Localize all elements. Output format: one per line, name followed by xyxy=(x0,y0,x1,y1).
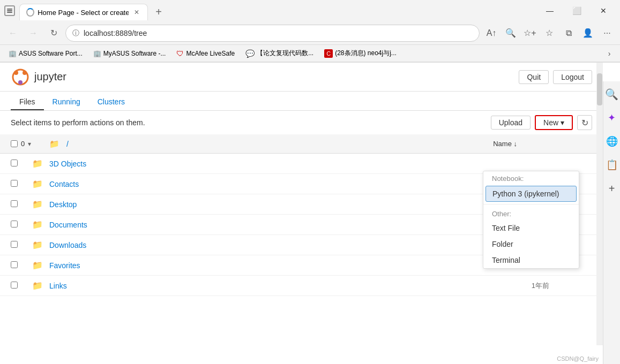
side-star-icon[interactable]: ✦ xyxy=(604,110,619,125)
new-button[interactable]: New ▾ xyxy=(535,115,573,130)
other-section-label: Other: xyxy=(483,207,579,220)
row-checkbox[interactable] xyxy=(11,282,32,290)
bookmark-mcafee[interactable]: 🛡 McAfee LiveSafe xyxy=(172,48,239,59)
favorites-icon[interactable]: ☆ xyxy=(541,25,558,42)
scrollbar-thumb[interactable] xyxy=(597,73,602,105)
table-row: 📁 Links 1年前 xyxy=(0,276,603,296)
bookmark-neo4j-label: (28条消息) neo4j与j... xyxy=(335,49,397,58)
folder-icon: 📁 xyxy=(32,280,49,291)
breadcrumb-path[interactable]: / xyxy=(66,140,437,148)
side-globe-icon[interactable]: 🌐 xyxy=(604,134,619,149)
watermark: CSDN@Q_fairy xyxy=(557,355,599,362)
jupyter-logo: jupyter xyxy=(11,67,66,87)
row-checkbox[interactable] xyxy=(11,221,32,229)
select-all-checkbox[interactable] xyxy=(11,140,18,147)
file-name[interactable]: Links xyxy=(49,282,469,290)
file-name[interactable]: Downloads xyxy=(49,241,469,249)
file-name[interactable]: Documents xyxy=(49,221,469,229)
address-bar[interactable]: ⓘ localhost:8889/tree xyxy=(65,25,480,42)
quit-button[interactable]: Quit xyxy=(519,70,549,84)
back-button[interactable]: ← xyxy=(4,25,21,42)
close-button[interactable]: ✕ xyxy=(591,3,616,18)
new-button-label: New ▾ xyxy=(543,118,564,127)
python3-option[interactable]: Python 3 (ipykernel) xyxy=(485,186,577,202)
header-buttons: Quit Logout xyxy=(519,70,592,84)
bookmarks-more-button[interactable]: › xyxy=(603,47,616,60)
bookmark-paper-label: 【论文复现代码数... xyxy=(257,49,313,58)
row-checkbox[interactable] xyxy=(11,180,32,188)
scrollbar[interactable] xyxy=(596,63,603,345)
file-name[interactable]: 3D Objects xyxy=(49,160,469,168)
upload-button[interactable]: Upload xyxy=(491,116,531,130)
forward-button[interactable]: → xyxy=(25,25,42,42)
bookmark-neo4j[interactable]: C (28条消息) neo4j与j... xyxy=(320,48,401,59)
svg-point-3 xyxy=(18,80,23,85)
select-items-text: Select items to perform actions on them. xyxy=(11,118,487,127)
bookmark-asus-icon: 🏢 xyxy=(9,50,17,57)
text-file-option[interactable]: Text File xyxy=(483,220,579,236)
collections-icon[interactable]: ⧉ xyxy=(560,25,577,42)
jupyter-tab-bar: Files Running Clusters xyxy=(0,92,603,111)
bookmark-myasus-icon: 🏢 xyxy=(93,50,101,57)
profile-icon[interactable]: 👤 xyxy=(579,25,596,42)
row-checkbox[interactable] xyxy=(11,241,32,249)
file-name[interactable]: Desktop xyxy=(49,200,469,209)
folder-icon: 📁 xyxy=(32,240,49,250)
refresh-button[interactable]: ↻ xyxy=(45,25,62,42)
maximize-button[interactable]: ⬜ xyxy=(564,3,589,18)
dropdown-arrow[interactable]: ▾ xyxy=(28,140,31,148)
settings-icon[interactable]: ··· xyxy=(599,25,616,42)
window-menu-button[interactable] xyxy=(4,5,15,16)
bookmark-paper[interactable]: 💬 【论文复现代码数... xyxy=(241,48,318,59)
logout-button[interactable]: Logout xyxy=(553,70,592,84)
breadcrumb-folder-icon: 📁 xyxy=(49,139,66,149)
row-checkbox[interactable] xyxy=(11,200,32,209)
bookmark-paper-icon: 💬 xyxy=(245,49,255,58)
file-name[interactable]: Contacts xyxy=(49,180,469,188)
side-search-icon[interactable]: 🔍 xyxy=(604,87,619,102)
find-icon[interactable]: 🔍 xyxy=(502,25,519,42)
bookmark-mcafee-icon: 🛡 xyxy=(176,49,184,58)
terminal-option[interactable]: Terminal xyxy=(483,252,579,268)
notebook-section-label: Notebook: xyxy=(483,171,579,185)
refresh-files-button[interactable]: ↻ xyxy=(577,115,592,130)
side-clipboard-icon[interactable]: 📋 xyxy=(604,157,619,172)
side-panel: 🔍 ✦ 🌐 📋 + xyxy=(603,81,620,364)
file-name[interactable]: Favorites xyxy=(49,261,469,270)
row-checkbox[interactable] xyxy=(11,160,32,168)
jupyter-logo-text: jupyter xyxy=(34,71,66,83)
add-favorite-icon[interactable]: ☆+ xyxy=(521,25,539,42)
bookmark-myasus[interactable]: 🏢 MyASUS Software -... xyxy=(89,49,170,58)
bookmark-neo4j-icon: C xyxy=(324,49,333,58)
folder-icon: 📁 xyxy=(32,260,49,270)
new-tab-button[interactable]: + xyxy=(150,3,167,20)
file-table-header: 0 ▾ 📁 / Name ↓ xyxy=(0,134,603,154)
dropdown-divider xyxy=(483,204,579,204)
col-header-name[interactable]: Name ↓ xyxy=(437,140,517,148)
folder-option[interactable]: Folder xyxy=(483,236,579,252)
minimize-button[interactable]: — xyxy=(537,3,562,18)
new-dropdown-menu: Notebook: Python 3 (ipykernel) Other: Te… xyxy=(483,171,579,269)
tab-loading-spinner xyxy=(26,8,34,17)
active-tab[interactable]: Home Page - Select or create a n ✕ xyxy=(19,4,148,20)
row-checkbox[interactable] xyxy=(11,261,32,270)
bookmark-asus[interactable]: 🏢 ASUS Software Port... xyxy=(4,49,87,58)
tab-title: Home Page - Select or create a n xyxy=(38,9,129,17)
bookmark-mcafee-label: McAfee LiveSafe xyxy=(186,50,235,57)
folder-icon: 📁 xyxy=(32,158,49,169)
selected-count: 0 xyxy=(21,140,25,148)
folder-icon: 📁 xyxy=(32,199,49,209)
jupyter-logo-svg xyxy=(11,67,30,87)
tab-files[interactable]: Files xyxy=(11,94,44,110)
svg-point-2 xyxy=(23,71,27,75)
tab-close-button[interactable]: ✕ xyxy=(132,7,141,17)
tab-running[interactable]: Running xyxy=(44,94,89,110)
folder-icon: 📁 xyxy=(32,179,49,189)
side-add-icon[interactable]: + xyxy=(604,181,619,196)
tab-clusters[interactable]: Clusters xyxy=(89,94,133,110)
folder-icon: 📁 xyxy=(32,219,49,230)
read-aloud-icon[interactable]: A↑ xyxy=(483,25,500,42)
file-modified: 1年前 xyxy=(469,281,549,291)
bookmark-myasus-label: MyASUS Software -... xyxy=(103,50,166,57)
bookmark-asus-label: ASUS Software Port... xyxy=(19,50,83,57)
